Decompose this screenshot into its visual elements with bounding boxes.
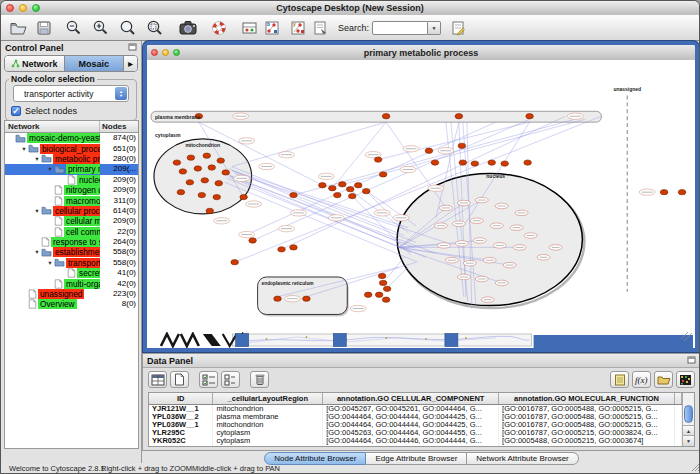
node[interactable] [278,247,286,252]
twisty-icon[interactable]: ▼ [33,247,41,257]
node[interactable] [173,160,181,165]
node[interactable] [455,114,463,119]
table-cell[interactable]: [GO:0044464, GO:0044446, GO:0044444, G..… [323,437,499,445]
attribute-table-button[interactable] [148,371,167,388]
search-input[interactable] [372,21,428,35]
heatmap-button[interactable] [676,371,695,388]
node[interactable] [217,158,225,163]
network-tree-item[interactable]: Overview8(0) [5,299,138,309]
vizmapper-button[interactable]: b [260,17,282,39]
network-tree-item[interactable]: response to stimulu264(0) [5,237,138,247]
attribute-batch-button[interactable] [610,371,629,388]
node[interactable] [213,194,221,199]
table-cell[interactable]: [GO:0044464, GO:0044444, GO:0044425, G..… [323,421,499,429]
unselect-attributes-button[interactable] [221,371,240,388]
node[interactable] [660,190,668,195]
node[interactable] [303,296,311,301]
node[interactable] [329,186,337,191]
node[interactable] [249,238,257,243]
node[interactable] [177,190,185,195]
table-cell[interactable]: YKR052C [149,437,213,445]
table-cell[interactable]: YJR121W__1 [149,405,213,414]
table-cell[interactable]: mitochondrion [213,405,323,414]
table-cell[interactable]: [GO:0016787, GO:0005488, GO:0005215, G..… [499,405,675,414]
table-column-header[interactable]: annotation.GO CELLULAR_COMPONENT [323,393,499,405]
table-row[interactable]: YPL036W__1mitochondrion[GO:0044464, GO:0… [149,421,682,429]
node[interactable] [198,192,206,197]
node[interactable] [364,292,372,297]
node[interactable] [524,160,532,165]
table-row[interactable]: YDR039C__1mitochondrion[GO:0044464, GO:0… [149,445,682,447]
table-cell[interactable]: [GO:0005488, GO:0005215, GO:0003674] [499,437,675,445]
network-tree-item[interactable]: ▼establishment of lo558(0) [5,247,138,257]
save-session-button[interactable] [33,17,55,39]
node[interactable] [231,260,239,265]
node[interactable] [526,114,534,119]
twisty-icon[interactable]: ▼ [20,144,28,154]
twisty-icon[interactable]: ▼ [33,154,41,164]
network-tree-item[interactable]: ▼cellular process614(0) [5,206,138,216]
table-cell[interactable]: [GO:0045267, GO:0045261, GO:0044464, G..… [323,405,499,414]
zoom-selected-button[interactable] [144,17,166,39]
table-cell[interactable]: YLR295C [149,429,213,437]
zoom-fit-button[interactable] [117,17,139,39]
table-cell[interactable]: [GO:0016787, GO:0005488, GO:0005215, G..… [499,413,675,421]
node[interactable] [346,187,354,192]
node[interactable] [379,172,387,177]
node[interactable] [240,194,248,199]
node[interactable] [378,273,386,278]
annotation-button[interactable] [311,17,329,39]
node[interactable] [290,245,298,250]
node[interactable] [206,208,214,213]
table-cell[interactable]: [GO:0044464, GO:0044444, GO:0044425, G..… [323,413,499,421]
zoom-out-button[interactable] [63,17,85,39]
select-nodes-checkbox[interactable]: ✓ Select nodes [11,106,133,116]
tree-column-network[interactable]: Network [5,121,100,132]
help-button[interactable] [208,17,230,39]
node[interactable] [459,160,467,165]
table-row[interactable]: YKR052Ccytoplasm[GO:0044464, GO:0044446,… [149,437,682,445]
node[interactable] [471,161,479,166]
edge[interactable] [225,182,418,262]
table-cell[interactable]: [GO:0016787, GO:0005488, GO:0005215, G..… [499,445,675,447]
node[interactable] [488,160,496,165]
table-cell[interactable]: [GO:0016787, GO:0005488, GO:0005215, G..… [499,421,675,429]
scroll-down-button[interactable]: ▼ [683,435,694,446]
node[interactable] [215,181,223,186]
node[interactable] [382,114,390,119]
snapshot-button[interactable] [177,17,199,39]
node[interactable] [187,155,195,160]
network-view-titlebar[interactable]: primary metabolic process [147,45,695,61]
network-tree-item[interactable]: mosaic-demo-yeast874(0) [5,133,138,143]
node[interactable] [362,189,370,194]
node[interactable] [208,165,216,170]
table-cell[interactable]: mitochondrion [213,421,323,429]
node[interactable] [348,193,356,198]
table-column-header[interactable]: _cellularLayoutRegion [213,393,323,405]
table-row[interactable]: YJR121W__1mitochondrion[GO:0045267, GO:0… [149,405,682,414]
network-tree-item[interactable]: nucleobase-c209(0) [5,175,138,185]
tab-mosaic[interactable]: Mosaic [65,56,125,71]
select-attributes-button[interactable] [199,371,218,388]
node[interactable] [458,143,466,148]
table-row[interactable]: YPL036W__2plasma membrane[GO:0044464, GO… [149,413,682,421]
node[interactable] [431,160,439,165]
node[interactable] [374,157,382,162]
network-tree-item[interactable]: cellular metabol209(0) [5,216,138,226]
twisty-icon[interactable]: ▼ [46,164,54,174]
node[interactable] [678,190,686,195]
edge[interactable] [232,122,386,166]
table-cell[interactable]: [GO:0016787, GO:0005215, GO:0003824, G..… [499,429,675,437]
table-cell[interactable]: [GO:0044464, GO:0044444, GO:0044425, G..… [323,445,499,447]
network-tree-item[interactable]: unassigned223(0) [5,289,138,299]
node[interactable] [334,192,342,197]
edge[interactable] [232,170,408,227]
table-cell[interactable]: mitochondrion [213,445,323,447]
tree-column-nodes[interactable]: Nodes [100,122,138,131]
node[interactable] [319,183,327,188]
node[interactable] [186,180,194,185]
float-panel-icon[interactable] [687,356,696,366]
network-tree-item[interactable]: ▼transport558(0) [5,258,138,268]
network-tree-item[interactable]: secretion41(0) [5,268,138,278]
scrollbar-thumb[interactable] [684,405,693,423]
